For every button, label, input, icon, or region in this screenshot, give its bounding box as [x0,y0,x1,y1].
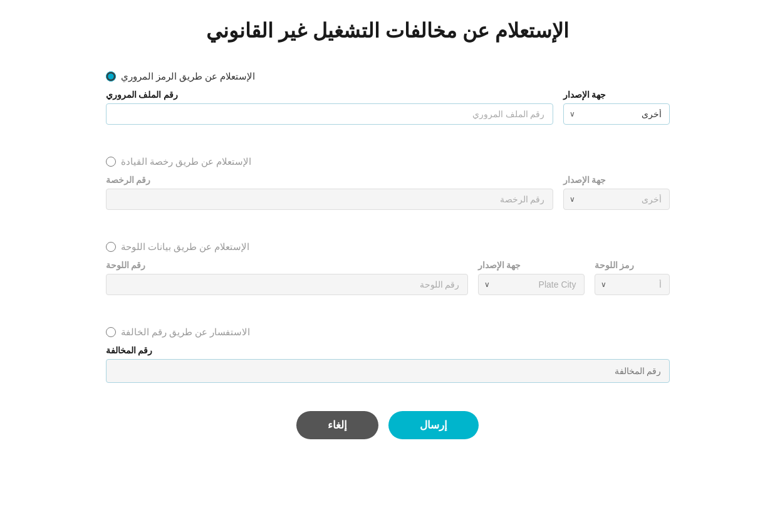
plate-symbol-label: رمز اللوحة [595,260,635,270]
license-group: رقم الرخصة [106,175,553,210]
issuer-select-wrapper-traffic: أخرىالرياضجدةمكةالمدينة [563,103,670,125]
license-label: رقم الرخصة [106,175,151,185]
fields-row-violation: رقم المخالفة [106,345,670,383]
issuer-group-license: جهة الإصدار أخرىالرياضجدةمكةالمدينة [563,175,670,210]
radio-traffic[interactable] [106,71,116,81]
submit-button[interactable]: إرسال [388,411,479,439]
plate-number-input[interactable] [106,274,468,295]
issuer-group-plate: جهة الإصدار Plate Cityالرياضجدةمكة [478,260,585,295]
section-plate: الإستعلام عن طريق بيانات اللوحة رمز اللو… [106,232,670,305]
plate-symbol-select[interactable]: أبجده [595,274,670,295]
radio-license-label: الإستعلام عن طريق رخصة القيادة [121,156,252,167]
plate-number-label: رقم اللوحة [106,260,146,270]
traffic-file-group: رقم الملف المروري [106,90,553,125]
radio-row-traffic: الإستعلام عن طريق الرمز المروري [106,71,670,82]
section-violation: الاستفسار عن طريق رقم الخالفة رقم المخال… [106,317,670,392]
radio-plate-label: الإستعلام عن طريق بيانات اللوحة [121,241,250,253]
plate-symbol-group: رمز اللوحة أبجده [595,260,670,295]
issuer-group-traffic: جهة الإصدار أخرىالرياضجدةمكةالمدينة [563,90,670,125]
issuer-select-plate[interactable]: Plate Cityالرياضجدةمكة [478,274,585,295]
section-license: الإستعلام عن طريق رخصة القيادة جهة الإصد… [106,147,670,219]
issuer-select-license[interactable]: أخرىالرياضجدةمكةالمدينة [563,189,670,210]
violation-input[interactable] [106,359,670,383]
page-container: الإستعلام عن مخالفات التشغيل غير القانون… [106,19,670,513]
traffic-file-label: رقم الملف المروري [106,90,179,100]
traffic-file-input[interactable] [106,103,553,125]
radio-violation-label: الاستفسار عن طريق رقم الخالفة [121,326,251,338]
page-title: الإستعلام عن مخالفات التشغيل غير القانون… [106,19,670,43]
section-traffic-file: الإستعلام عن طريق الرمز المروري جهة الإص… [106,61,670,134]
radio-row-license: الإستعلام عن طريق رخصة القيادة [106,156,670,167]
radio-license[interactable] [106,157,116,167]
plate-number-group: رقم اللوحة [106,260,468,295]
radio-row-violation: الاستفسار عن طريق رقم الخالفة [106,326,670,338]
fields-row-license: جهة الإصدار أخرىالرياضجدةمكةالمدينة رقم … [106,175,670,210]
fields-row-traffic: جهة الإصدار أخرىالرياضجدةمكةالمدينة رقم … [106,90,670,125]
radio-plate[interactable] [106,242,116,252]
radio-violation[interactable] [106,327,116,337]
issuer-label-traffic: جهة الإصدار [563,90,606,100]
radio-traffic-label: الإستعلام عن طريق الرمز المروري [121,71,256,82]
issuer-select-wrapper-license: أخرىالرياضجدةمكةالمدينة [563,189,670,210]
issuer-label-license: جهة الإصدار [563,175,606,185]
issuer-select-traffic[interactable]: أخرىالرياضجدةمكةالمدينة [563,103,670,125]
buttons-row: إرسال إلغاء [106,411,670,439]
license-input[interactable] [106,189,553,210]
violation-label: رقم المخالفة [106,345,153,355]
issuer-select-wrapper-plate: Plate Cityالرياضجدةمكة [478,274,585,295]
cancel-button[interactable]: إلغاء [296,411,378,439]
issuer-label-plate: جهة الإصدار [478,260,521,270]
radio-row-plate: الإستعلام عن طريق بيانات اللوحة [106,241,670,253]
fields-row-plate: رمز اللوحة أبجده جهة الإصدار Plate Cityا… [106,260,670,295]
plate-symbol-select-wrapper: أبجده [595,274,670,295]
violation-field-group: رقم المخالفة [106,345,670,383]
